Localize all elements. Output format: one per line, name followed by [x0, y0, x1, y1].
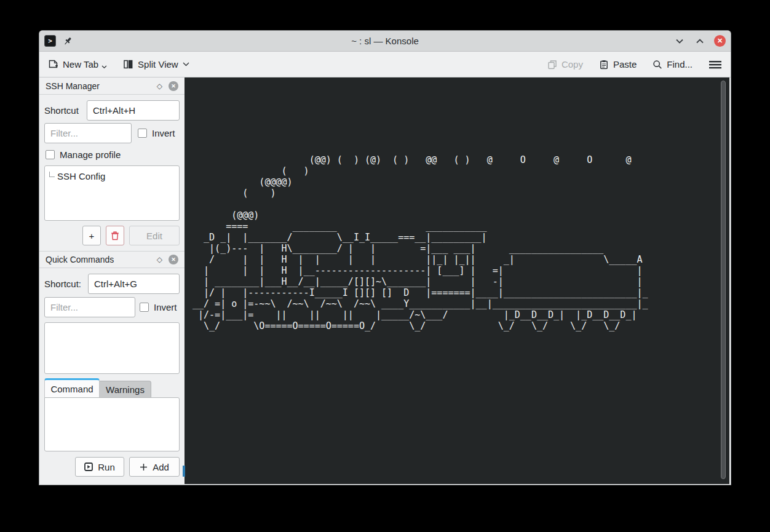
invert-label: Invert	[154, 302, 177, 312]
tab-command-label: Command	[50, 384, 93, 394]
maximize-button[interactable]	[694, 35, 705, 47]
shortcut-label: Shortcut:	[44, 279, 81, 289]
float-panel-icon[interactable]: ◇	[157, 255, 162, 264]
copy-button[interactable]: Copy	[547, 59, 583, 69]
edit-label: Edit	[146, 231, 162, 241]
filter-input[interactable]	[44, 297, 135, 317]
chevron-down-icon	[676, 39, 683, 44]
shortcut-input[interactable]	[87, 100, 180, 121]
minimize-button[interactable]	[673, 35, 685, 47]
tab-warnings-label: Warnings	[106, 384, 145, 395]
find-button[interactable]: Find...	[653, 59, 693, 69]
pin-icon	[62, 36, 73, 47]
command-textarea[interactable]	[44, 397, 180, 451]
filter-input[interactable]	[44, 123, 132, 143]
tab-warnings[interactable]: Warnings	[100, 381, 151, 397]
shortcut-label: Shortcut	[44, 105, 79, 116]
toolbar: New Tab Split View	[39, 52, 731, 77]
window-title: ~ : sl — Konsole	[39, 36, 731, 46]
close-icon: ✕	[717, 38, 723, 44]
add-ssh-button[interactable]: +	[82, 226, 101, 245]
hamburger-menu-icon	[708, 60, 722, 69]
terminal-view[interactable]: (@@) ( ) (@) ( ) @@ ( ) @ O @ O @ ( ) (@…	[185, 77, 729, 484]
copy-icon	[547, 60, 557, 69]
plus-icon	[140, 463, 148, 471]
new-tab-label: New Tab	[63, 59, 98, 69]
menu-button[interactable]	[708, 60, 722, 69]
sidebar: SSH Manager ◇ ✕ Shortcut Invert	[39, 77, 185, 484]
tree-item-label: SSH Config	[57, 171, 105, 181]
ssh-manager-title: SSH Manager	[46, 81, 100, 91]
run-button[interactable]: Run	[75, 457, 124, 477]
close-panel-button[interactable]: ✕	[169, 255, 178, 264]
split-view-label: Split View	[138, 59, 178, 69]
invert-checkbox[interactable]	[140, 303, 149, 312]
tab-command[interactable]: Command	[44, 378, 100, 397]
paste-button[interactable]: Paste	[599, 59, 637, 69]
ssh-manager-panel: Shortcut Invert Manage profile	[39, 95, 185, 245]
splitter-handle[interactable]	[183, 466, 185, 477]
konsole-app-icon: >	[44, 35, 56, 47]
run-icon	[84, 463, 93, 471]
invert-checkbox[interactable]	[138, 129, 147, 138]
add-label: Add	[153, 462, 169, 472]
find-label: Find...	[667, 59, 693, 69]
float-panel-icon[interactable]: ◇	[157, 82, 162, 90]
manage-profile-label: Manage profile	[60, 149, 121, 160]
ssh-config-list[interactable]: SSH Config	[44, 165, 180, 221]
new-tab-button[interactable]: New Tab	[48, 59, 107, 69]
invert-label: Invert	[152, 128, 175, 138]
konsole-window: > ~ : sl — Konsole	[39, 31, 731, 485]
close-panel-button[interactable]: ✕	[169, 81, 178, 91]
quick-commands-panel: Shortcut: Invert Command Wa	[39, 268, 185, 477]
scrollbar-thumb[interactable]	[721, 81, 726, 479]
edit-ssh-button[interactable]: Edit	[129, 226, 180, 245]
manage-profile-checkbox[interactable]	[46, 150, 55, 159]
chevron-down-icon	[183, 62, 189, 66]
terminal-ascii-art: (@@) ( ) (@) ( ) @@ ( ) @ O @ O @ ( ) (@…	[193, 154, 648, 332]
quick-commands-header[interactable]: Quick Commands ◇ ✕	[39, 251, 185, 268]
ssh-manager-header[interactable]: SSH Manager ◇ ✕	[39, 77, 185, 95]
delete-ssh-button[interactable]	[106, 226, 124, 245]
chevron-up-icon	[696, 39, 704, 44]
quick-commands-list[interactable]	[44, 322, 180, 374]
chevron-down-icon	[101, 65, 107, 69]
plus-icon: +	[89, 231, 95, 241]
close-button[interactable]: ✕	[714, 35, 726, 47]
titlebar[interactable]: > ~ : sl — Konsole	[39, 31, 731, 52]
desktop-background: > ~ : sl — Konsole	[0, 0, 770, 532]
trash-icon	[111, 231, 119, 240]
tree-branch-icon	[49, 172, 55, 177]
copy-label: Copy	[562, 59, 583, 69]
run-label: Run	[98, 462, 115, 472]
search-icon	[653, 60, 662, 69]
quick-commands-title: Quick Commands	[46, 255, 114, 264]
split-view-icon	[123, 59, 133, 69]
shortcut-input[interactable]	[88, 274, 180, 294]
paste-label: Paste	[613, 59, 637, 69]
split-view-button[interactable]: Split View	[123, 59, 189, 69]
paste-icon	[599, 60, 609, 69]
list-item[interactable]: SSH Config	[45, 166, 179, 181]
add-command-button[interactable]: Add	[129, 457, 180, 477]
new-tab-icon	[48, 59, 58, 69]
